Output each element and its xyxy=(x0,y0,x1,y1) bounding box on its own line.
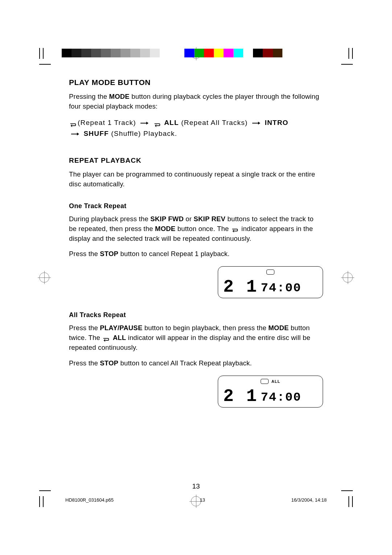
heading-play-mode: PLAY MODE BUTTON xyxy=(69,78,323,87)
text: Press the xyxy=(69,250,100,258)
one-track-paragraph: During playback press the SKIP FWD or SK… xyxy=(69,214,323,243)
all-label: ALL xyxy=(164,119,179,126)
repeat-icon xyxy=(231,226,239,232)
footer-page: 13 xyxy=(200,497,205,503)
text: Press the xyxy=(69,324,100,332)
skip-fwd-label: SKIP FWD xyxy=(150,215,184,223)
repeat-icon xyxy=(102,335,110,341)
stop-label: STOP xyxy=(100,250,118,258)
repeat-1-label: (Repeat 1 Track) xyxy=(78,119,136,126)
registration-mark-icon xyxy=(39,272,49,283)
mode-cycle-line: (Repeat 1 Track) ALL (Repeat All Tracks)… xyxy=(69,117,323,139)
text: button to begin playback, then press the xyxy=(142,324,268,332)
arrow-icon xyxy=(140,121,148,125)
repeat-indicator-icon xyxy=(261,379,269,384)
grayscale-calibration-bar xyxy=(62,49,160,57)
footer-filename: HD8100R_031604.p65 xyxy=(65,497,114,503)
repeat-intro-paragraph: The player can be programmed to continuo… xyxy=(69,170,323,189)
mode-label: MODE xyxy=(155,225,175,232)
heading-repeat-playback: REPEAT PLAYBACK xyxy=(69,157,323,165)
skip-rev-label: SKIP REV xyxy=(193,215,225,223)
intro-paragraph: Pressing the MODE button during playback… xyxy=(69,92,323,112)
one-track-cancel-paragraph: Press the STOP button to cancel Repeat 1… xyxy=(69,249,323,259)
mode-label: MODE xyxy=(268,324,289,332)
lcd-all-label: ALL xyxy=(271,379,280,384)
lcd-time: 74:00 xyxy=(261,282,301,294)
text: button to cancel Repeat 1 playback. xyxy=(118,250,229,258)
mode-label: MODE xyxy=(109,93,130,100)
footer-datetime: 16/3/2004, 14:18 xyxy=(291,497,327,503)
intro-label: INTRO xyxy=(265,119,288,126)
page-number: 13 xyxy=(0,482,392,490)
color-calibration-bar xyxy=(184,49,282,57)
text: Press the xyxy=(69,359,100,367)
shuff-label: SHUFF xyxy=(83,130,109,137)
text: During playback press the xyxy=(69,215,150,223)
heading-one-track-repeat: One Track Repeat xyxy=(69,202,323,210)
all-label: ALL xyxy=(113,334,126,341)
lcd-time: 74:00 xyxy=(261,391,301,404)
all-tracks-paragraph: Press the PLAY/PAUSE button to begin pla… xyxy=(69,323,323,352)
lcd-display-repeat-all: ALL 2 1 74:00 xyxy=(218,376,323,408)
text: or xyxy=(184,215,194,223)
all-rest: (Repeat All Tracks) xyxy=(179,119,248,126)
lcd-display-repeat-one: 2 1 74:00 xyxy=(218,266,323,298)
text: Pressing the xyxy=(69,93,109,100)
arrow-icon xyxy=(71,132,79,136)
heading-all-tracks-repeat: All Tracks Repeat xyxy=(69,311,323,319)
play-pause-label: PLAY/PAUSE xyxy=(100,324,142,332)
registration-mark-icon xyxy=(343,272,353,283)
arrow-icon xyxy=(252,121,260,125)
shuff-rest: (Shuffle) Playback. xyxy=(109,130,177,137)
stop-label: STOP xyxy=(100,359,118,367)
print-footer: HD8100R_031604.p65 13 16/3/2004, 14:18 xyxy=(65,497,327,503)
repeat-icon xyxy=(69,120,77,126)
all-tracks-cancel-paragraph: Press the STOP button to cancel All Trac… xyxy=(69,358,323,368)
lcd-track-number: 2 1 xyxy=(223,388,258,405)
repeat-indicator-icon xyxy=(266,270,274,275)
text: button once. The xyxy=(175,225,230,232)
text: button to cancel All Track Repeat playba… xyxy=(118,359,252,367)
repeat-icon xyxy=(153,120,161,126)
lcd-track-number: 2 1 xyxy=(223,278,258,296)
